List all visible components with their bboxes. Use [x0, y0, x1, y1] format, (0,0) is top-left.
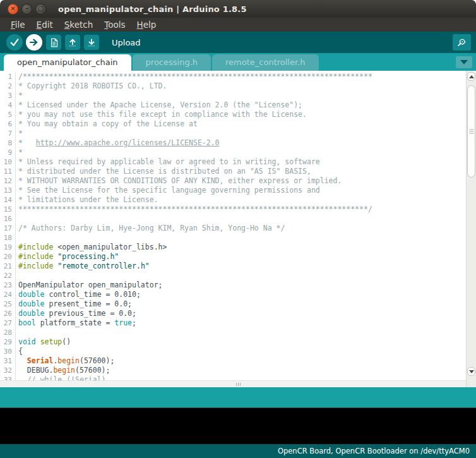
- tab-processing.h[interactable]: processing.h: [133, 54, 211, 71]
- code-text: * limitations under the License.: [16, 195, 158, 205]
- menu-help[interactable]: Help: [131, 18, 162, 31]
- code-text: * http://www.apache.org/licenses/LICENSE…: [16, 138, 220, 148]
- minimize-button[interactable]: –: [21, 4, 32, 15]
- code-line: 15**************************************…: [0, 205, 466, 214]
- menu-sketch[interactable]: Sketch: [59, 18, 99, 31]
- document-icon: [49, 38, 59, 47]
- code-line: 9*: [0, 148, 466, 157]
- code-line: 13* See the License for the specific lan…: [0, 186, 466, 195]
- code-text: void setup(): [16, 337, 71, 347]
- code-line: 27bool platform_state = true;: [0, 318, 466, 328]
- code-line: 11* distributed under the License is dis…: [0, 167, 466, 176]
- console-output: [0, 407, 476, 444]
- code-line: 30{: [0, 347, 466, 356]
- code-line: 29void setup(): [0, 337, 466, 347]
- code-text: * See the License for the specific langu…: [16, 186, 320, 195]
- scroll-up-button[interactable]: [467, 72, 475, 81]
- line-number: 17: [0, 224, 16, 233]
- toolbar-status-text: Upload: [112, 38, 141, 47]
- open-button[interactable]: [65, 35, 80, 50]
- line-number: 3: [0, 91, 16, 100]
- vertical-scrollbar[interactable]: [466, 71, 476, 387]
- line-number: 5: [0, 110, 16, 119]
- line-number: 11: [0, 167, 16, 176]
- code-text: #include "processing.h": [16, 252, 119, 262]
- code-line: 18: [0, 233, 466, 243]
- line-number: 29: [0, 337, 16, 347]
- down-arrow-icon: [86, 37, 97, 47]
- code-text: *: [16, 91, 23, 100]
- code-text: double control_time = 0.010;: [16, 290, 141, 299]
- code-text: * distributed under the License is distr…: [16, 167, 311, 176]
- window-title: open_manipulator_chain | Arduino 1.8.5: [58, 4, 247, 14]
- code-text: * WITHOUT WARRANTIES OR CONDITIONS OF AN…: [16, 176, 342, 186]
- line-number: 33: [0, 375, 16, 380]
- tabbar: open_manipulator_chainprocessing.hremote…: [0, 53, 476, 71]
- chevron-down-icon: [460, 60, 468, 64]
- tab-list-button[interactable]: [456, 56, 472, 68]
- code-text: *: [16, 148, 23, 157]
- code-line: 25double present_time = 0.0;: [0, 299, 466, 309]
- menu-edit[interactable]: Edit: [31, 18, 59, 31]
- code-line: 20#include "processing.h": [0, 252, 466, 262]
- code-line: 16: [0, 214, 466, 224]
- line-number: 22: [0, 271, 16, 280]
- code-text: double previous_time = 0.0;: [16, 309, 136, 318]
- code-text: [16, 214, 18, 224]
- code-text: // while (!Serial): [16, 375, 105, 380]
- right-arrow-icon: [29, 37, 39, 47]
- menu-tools[interactable]: Tools: [98, 18, 131, 31]
- menu-file[interactable]: File: [5, 18, 31, 31]
- line-number: 23: [0, 280, 16, 290]
- upload-button[interactable]: [26, 34, 42, 51]
- scrollbar-thumb[interactable]: [467, 85, 475, 178]
- code-text: OpenManipulator open_manipulator;: [16, 280, 162, 290]
- line-number: 7: [0, 129, 16, 138]
- titlebar: ✕ – □ open_manipulator_chain | Arduino 1…: [0, 0, 476, 18]
- line-number: 4: [0, 100, 16, 110]
- maximize-button[interactable]: □: [35, 4, 46, 15]
- magnifier-icon: [456, 37, 467, 48]
- code-line: 22: [0, 271, 466, 280]
- toolbar: Upload: [0, 32, 476, 53]
- code-text: {: [16, 347, 23, 356]
- scroll-down-button[interactable]: [467, 367, 475, 376]
- code-line: 12* WITHOUT WARRANTIES OR CONDITIONS OF …: [0, 176, 466, 186]
- code-line: 6* You may obtain a copy of the License …: [0, 119, 466, 129]
- save-button[interactable]: [84, 35, 99, 50]
- code-text: DEBUG.begin(57600);: [16, 366, 110, 375]
- status-notice-strip: [0, 387, 476, 407]
- triangle-down-icon: [469, 370, 474, 373]
- line-number: 6: [0, 119, 16, 129]
- code-text: [16, 328, 18, 337]
- code-line: 14* limitations under the License.: [0, 195, 466, 205]
- editor: 1/**************************************…: [0, 71, 476, 387]
- code-text: * you may not use this file except in co…: [16, 110, 307, 119]
- code-text: /* Authors: Darby Lim, Hye-Jong KIM, Rya…: [16, 224, 285, 233]
- tab-remote_controller.h[interactable]: remote_controller.h: [212, 54, 318, 71]
- hscroll-grip: [238, 383, 239, 386]
- tab-open_manipulator_chain[interactable]: open_manipulator_chain: [4, 54, 131, 71]
- close-button[interactable]: ✕: [8, 4, 18, 15]
- horizontal-scrollbar[interactable]: [0, 380, 466, 387]
- code-text: #include "remote_controller.h": [16, 262, 150, 271]
- code-line: 28: [0, 328, 466, 337]
- code-line: 21#include "remote_controller.h": [0, 262, 466, 271]
- line-number: 32: [0, 366, 16, 375]
- code-line: 5* you may not use this file except in c…: [0, 110, 466, 119]
- code-text: * Licensed under the Apache License, Ver…: [16, 100, 302, 110]
- line-number: 15: [0, 205, 16, 214]
- code-editor-area[interactable]: 1/**************************************…: [0, 71, 466, 380]
- code-line: 2* Copyright 2018 ROBOTIS CO., LTD.: [0, 81, 466, 91]
- verify-button[interactable]: [6, 34, 23, 51]
- code-line: 4* Licensed under the Apache License, Ve…: [0, 100, 466, 110]
- minimize-icon: –: [25, 6, 28, 12]
- line-number: 21: [0, 262, 16, 271]
- check-icon: [9, 37, 20, 47]
- line-number: 14: [0, 195, 16, 205]
- serial-monitor-button[interactable]: [453, 34, 471, 51]
- new-sketch-button[interactable]: [46, 35, 61, 50]
- line-number: 31: [0, 356, 16, 366]
- code-line: 7*: [0, 129, 466, 138]
- code-line: 19#include <open_manipulator_libs.h>: [0, 243, 466, 252]
